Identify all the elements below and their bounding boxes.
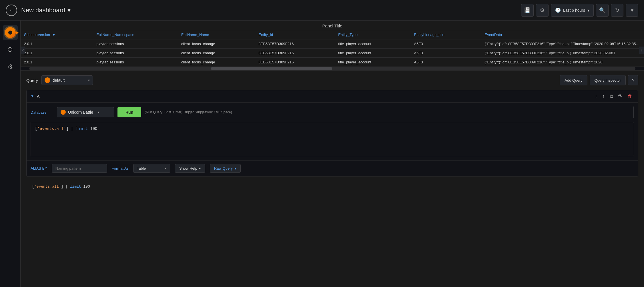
cell-entity-type: title_player_account [335,49,410,58]
code-display-string: 'events.all' [34,184,61,189]
main-layout: ▶ ⏲ ⚙ Panel Title ‹ SchemaVersion ▼ F [0,21,644,287]
query-block-a: ▼ A ↓ ↑ ⧉ 👁 🗑 Database [26,90,638,176]
move-down-button[interactable]: ↓ [593,93,599,99]
duplicate-button[interactable]: ⧉ [608,93,615,99]
move-up-button[interactable]: ↑ [601,93,606,99]
format-caret-icon: ▾ [165,166,167,170]
refresh-icon: ↻ [615,7,619,13]
alias-label: ALIAS BY [31,166,47,170]
query-inner: Database Unicorn Battle ▾ Run (Run Query… [27,103,638,160]
scroll-right-button[interactable]: › [639,47,644,54]
scroll-left-button[interactable]: ‹ [21,47,25,54]
cell-entity-id: 8EB58E57D309F216 [255,58,335,67]
data-table-wrapper[interactable]: ‹ SchemaVersion ▼ FullName_Namespace Ful… [21,30,644,70]
back-button[interactable]: ← [6,5,17,16]
settings-button[interactable]: ⚙ [536,4,549,17]
query-section: Query default ▾ Add Query Query Inspecto… [21,71,644,287]
cell-entitylineage-title: A5F3 [410,49,481,58]
code-number: 100 [88,127,97,131]
time-range-button[interactable]: 🕐 Last 6 hours ▾ [551,4,594,17]
code-display-pipe: | [63,184,70,189]
table-row: 2.0.1 playfab.sessions client_focus_chan… [21,39,644,49]
sidebar-item-settings[interactable]: ⚙ [3,59,18,74]
add-query-button[interactable]: Add Query [560,75,587,85]
run-button[interactable]: Run [117,107,141,117]
cell-entity-type: title_player_account [335,39,410,49]
table-row: 2.0.1 playfab.sessions client_focus_chan… [21,58,644,67]
cell-schema-version: 2.0.1 [21,58,93,67]
cell-fullname-name: client_focus_change [178,39,255,49]
col-fullname-namespace[interactable]: FullName_Namespace [93,30,178,39]
query-block-name: A [37,94,39,99]
code-display: ['events.all'] | limit 100 [26,181,638,192]
query-block-actions: ↓ ↑ ⧉ 👁 🗑 [593,93,634,99]
code-bracket-close: ] [66,127,68,131]
cell-eventdata: {"Entity":{"Id":"8EB58E57D309F216","Type… [481,49,644,58]
format-select[interactable]: Table ▾ [133,164,170,173]
table-header: SchemaVersion ▼ FullName_Namespace FullN… [21,30,644,39]
query-label: Query [26,78,38,83]
col-entity-id[interactable]: Entity_Id [255,30,335,39]
code-display-keyword: limit [70,184,81,189]
clock-icon: 🕐 [555,7,561,13]
more-options-button[interactable]: ▾ [626,4,638,17]
title-caret-icon[interactable]: ▾ [67,7,71,14]
cell-entitylineage-title: A5F3 [410,39,481,49]
sidebar: ▶ ⏲ ⚙ [0,21,21,287]
nav-right: 💾 ⚙ 🕐 Last 6 hours ▾ 🔍 ↻ ▾ [521,4,638,17]
save-button[interactable]: 💾 [521,4,534,17]
cell-eventdata: {"Entity":{"Id":"8EB58E57D309F216","Type… [481,39,644,49]
datasource-caret-icon: ▾ [88,78,90,82]
datasource-name: default [53,78,65,83]
cell-entitylineage-title: A5F3 [410,58,481,67]
database-select[interactable]: Unicorn Battle ▾ [57,107,114,117]
format-value: Table [137,166,146,170]
cell-fullname-name: client_focus_change [178,49,255,58]
query-hint: (Run Query: Shift+Enter, Trigger Suggest… [145,110,232,114]
col-entity-type[interactable]: Entity_Type [335,30,410,39]
datasource-select[interactable]: default ▾ [41,75,93,85]
cell-fullname-namespace: playfab.sessions [93,39,178,49]
content-area: Panel Title ‹ SchemaVersion ▼ FullName_N… [21,21,644,287]
sidebar-item-dashboard[interactable]: ⏲ [3,42,18,57]
code-display-bracket-open: [ [32,184,34,189]
show-help-button[interactable]: Show Help ▾ [175,164,205,173]
alias-input[interactable] [52,164,107,173]
raw-query-button[interactable]: Raw Query ▾ [210,164,241,173]
panel-section: Panel Title ‹ SchemaVersion ▼ FullName_N… [21,21,644,71]
cell-schema-version: 2.0.1 [21,49,93,58]
col-schema-version[interactable]: SchemaVersion ▼ [21,30,93,39]
col-eventdata[interactable]: EventData [481,30,644,39]
settings-icon: ⚙ [7,63,13,71]
cell-fullname-name: client_focus_change [178,58,255,67]
delete-button[interactable]: 🗑 [626,93,634,99]
sidebar-chevron-icon: ▶ [16,31,19,35]
panel-title: Panel Title [322,23,342,28]
help-button[interactable]: ? [628,75,638,85]
collapse-arrow-icon[interactable]: ▼ [31,94,34,98]
database-select-icon [61,110,66,115]
time-caret-icon: ▾ [587,8,589,13]
code-pipe: | [69,127,76,131]
time-range-label: Last 6 hours [563,8,585,13]
hide-button[interactable]: 👁 [616,93,624,99]
refresh-button[interactable]: ↻ [611,4,623,17]
data-table: SchemaVersion ▼ FullName_Namespace FullN… [21,30,644,67]
table-row: 2.0.1 playfab.sessions client_focus_chan… [21,49,644,58]
query-inspector-button[interactable]: Query Inspector [590,75,626,85]
page-title: New dashboard [21,7,65,14]
raw-query-caret-icon: ▾ [234,166,236,170]
cell-entity-id: 8EB58E57D309F216 [255,39,335,49]
code-editor[interactable]: ['events.all'] | limit 100 [31,122,634,156]
code-string: 'events.all' [37,127,66,131]
cell-eventdata: {"Entity":{"Id":"8EB58E57D309F216","Type… [481,58,644,67]
search-button[interactable]: 🔍 [596,4,609,17]
query-header-right: Add Query Query Inspector ? [560,75,638,85]
bottom-bar: ALIAS BY Format As Table ▾ Show Help ▾ R… [27,160,638,176]
col-fullname-name[interactable]: FullName_Name [178,30,255,39]
sort-arrow-icon: ▼ [52,33,55,37]
datasource-icon [5,27,16,38]
save-icon: 💾 [524,7,531,13]
col-entitylineage-title[interactable]: EntityLineage_title [410,30,481,39]
sidebar-item-datasource[interactable]: ▶ [3,25,18,40]
